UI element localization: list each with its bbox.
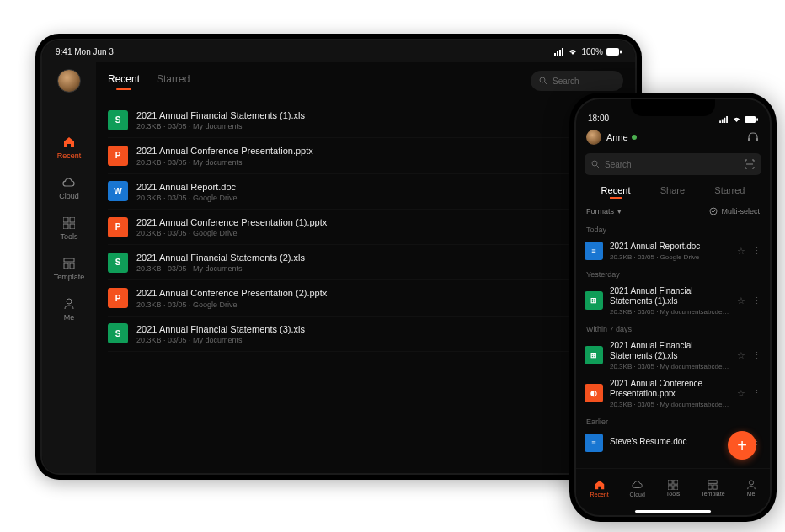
- nav-tools[interactable]: Tools: [666, 480, 680, 497]
- filter-row: Formats ▾ Multi-select: [576, 202, 770, 221]
- sidebar-item-me[interactable]: Me: [61, 296, 77, 322]
- file-meta: 20.3KB · 03/05 · My documents: [136, 264, 599, 273]
- file-info: 2021 Annual Conference Presentation (1).…: [136, 216, 599, 237]
- file-type-icon: ◐: [585, 384, 603, 402]
- svg-rect-9: [70, 224, 75, 229]
- tablet-screen: 9:41 Mon Jun 3 100%: [40, 39, 637, 475]
- svg-point-14: [540, 77, 545, 82]
- tabs-row: Recent Starred Search: [108, 64, 623, 98]
- file-row[interactable]: W 2021 Annual Report.doc 20.3KB · 03/05 …: [108, 174, 623, 210]
- home-indicator[interactable]: [635, 510, 711, 513]
- cloud-icon: [632, 479, 643, 491]
- headphones-icon[interactable]: [746, 130, 760, 144]
- file-name: 2021 Annual Report.doc: [136, 181, 599, 193]
- file-type-icon: S: [108, 323, 128, 343]
- star-icon[interactable]: ☆: [737, 388, 745, 399]
- wifi-icon: [568, 48, 578, 56]
- svg-rect-17: [722, 120, 724, 123]
- nav-template[interactable]: Template: [701, 480, 724, 497]
- multiselect-button[interactable]: Multi-select: [709, 207, 760, 215]
- search-input[interactable]: Search: [585, 153, 761, 175]
- file-row[interactable]: ⊞ 2021 Annual Financial Statements (1).x…: [585, 282, 761, 320]
- template-icon: [708, 480, 718, 490]
- tablet-body: Recent Cloud Tools: [42, 62, 635, 473]
- tab-recent[interactable]: Recent: [108, 73, 140, 88]
- avatar[interactable]: [586, 130, 601, 145]
- battery-pct: 100%: [581, 47, 603, 56]
- svg-rect-28: [674, 480, 678, 484]
- file-row[interactable]: P 2021 Annual Conference Presentation (1…: [108, 210, 623, 245]
- file-row[interactable]: S 2021 Annual Financial Statements (2).x…: [108, 245, 623, 280]
- nav-me[interactable]: Me: [746, 480, 756, 497]
- nav-recent[interactable]: Recent: [590, 479, 608, 497]
- more-icon[interactable]: ⋮: [752, 388, 761, 399]
- phone-file-list: Today ≡ 2021 Annual Report.doc 20.3KB · …: [576, 221, 770, 456]
- file-row[interactable]: S 2021 Annual Financial Statements (1).x…: [108, 103, 623, 138]
- file-info: 2021 Annual Financial Statements (2).xls…: [136, 252, 599, 273]
- file-row[interactable]: ⊞ 2021 Annual Financial Statements (2).x…: [585, 337, 761, 375]
- star-icon[interactable]: ☆: [737, 295, 745, 306]
- svg-rect-20: [745, 116, 756, 123]
- tab-share[interactable]: Share: [660, 185, 685, 199]
- file-row[interactable]: P 2021 Annual Conference Presentation (2…: [108, 280, 623, 316]
- tab-starred[interactable]: Starred: [157, 73, 190, 88]
- file-actions: ☆ ⋮: [737, 295, 761, 306]
- scan-icon[interactable]: [745, 159, 755, 169]
- tablet-time: 9:41 Mon Jun 3: [56, 47, 114, 56]
- tab-recent[interactable]: Recent: [601, 185, 631, 199]
- more-icon[interactable]: ⋮: [752, 246, 761, 257]
- person-icon: [746, 480, 756, 490]
- more-icon[interactable]: ⋮: [752, 295, 761, 306]
- file-type-icon: ⊞: [585, 346, 603, 364]
- username: Anne: [606, 132, 628, 142]
- file-meta: 20.3KB · 03/05 · My documents: [136, 336, 599, 344]
- more-icon[interactable]: ⋮: [752, 350, 761, 361]
- svg-rect-5: [620, 50, 622, 53]
- home-icon: [61, 135, 77, 150]
- svg-rect-23: [756, 138, 759, 141]
- star-icon[interactable]: ☆: [737, 350, 745, 361]
- wifi-icon: [732, 116, 741, 123]
- tab-starred[interactable]: Starred: [714, 185, 745, 199]
- svg-rect-0: [554, 53, 556, 56]
- svg-rect-27: [668, 480, 672, 484]
- file-row[interactable]: P 2021 Annual Conference Presentation.pp…: [108, 138, 623, 173]
- star-icon[interactable]: ☆: [737, 246, 745, 257]
- file-row[interactable]: ≡ 2021 Annual Report.doc 20.3KB · 03/05 …: [585, 237, 761, 265]
- sidebar-item-tools[interactable]: Tools: [60, 215, 77, 241]
- sidebar-item-template[interactable]: Template: [54, 256, 85, 281]
- tablet-device: 9:41 Mon Jun 3 100%: [35, 34, 642, 480]
- sidebar-item-cloud[interactable]: Cloud: [59, 175, 79, 200]
- file-meta: 20.3KB · 03/05 · Google Drive: [136, 301, 599, 309]
- file-row[interactable]: S 2021 Annual Financial Statements (3).x…: [108, 317, 623, 352]
- nav-label: Me: [747, 491, 756, 497]
- search-placeholder: Search: [605, 160, 632, 169]
- formats-filter[interactable]: Formats ▾: [586, 207, 622, 215]
- search-input[interactable]: Search: [531, 71, 623, 91]
- nav-label: Tools: [666, 491, 680, 497]
- svg-rect-16: [719, 120, 721, 123]
- file-info: 2021 Annual Financial Statements (3).xls…: [136, 323, 599, 344]
- add-button[interactable]: +: [728, 431, 756, 460]
- svg-rect-21: [756, 118, 758, 121]
- file-info: 2021 Annual Financial Statements (2).xls…: [610, 341, 730, 370]
- nav-cloud[interactable]: Cloud: [630, 479, 645, 497]
- file-name: 2021 Annual Conference Presentation (1).…: [136, 216, 599, 228]
- section-label: Yesterday: [585, 265, 761, 282]
- file-row[interactable]: ◐ 2021 Annual Conference Presentation.pp…: [585, 375, 761, 412]
- sidebar-item-recent[interactable]: Recent: [57, 135, 82, 160]
- multiselect-label: Multi-select: [721, 207, 760, 215]
- avatar[interactable]: [57, 69, 81, 93]
- svg-rect-19: [726, 116, 728, 123]
- file-meta: 20.3KB · 03/05 · My documentsabcdefgh...: [610, 401, 730, 408]
- cloud-icon: [61, 175, 77, 190]
- phone-bottom-nav: Recent Cloud Tools Template Me: [576, 468, 770, 507]
- check-circle-icon: [709, 207, 718, 215]
- svg-rect-4: [606, 48, 619, 56]
- svg-rect-32: [708, 485, 712, 489]
- file-actions: ☆ ⋮: [737, 388, 761, 399]
- file-info: 2021 Annual Conference Presentation.pptx…: [610, 379, 730, 408]
- svg-rect-11: [64, 263, 68, 269]
- phone-header: Anne: [576, 125, 770, 150]
- main-content: Recent Starred Search S 2021 Annual Fina…: [96, 62, 635, 473]
